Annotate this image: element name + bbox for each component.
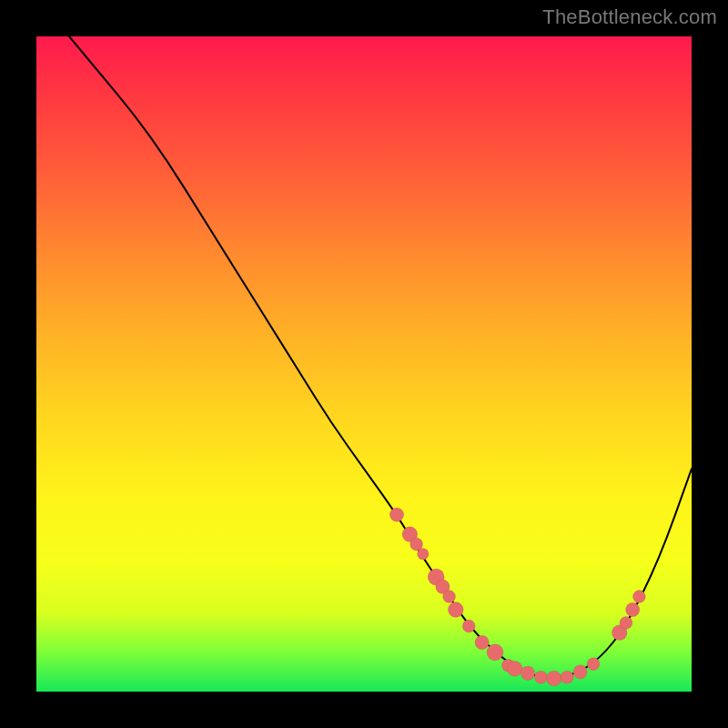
curve-marker [620,616,632,629]
curve-markers-group [389,508,645,686]
curve-marker [573,665,587,679]
curve-marker [546,671,561,686]
bottleneck-curve [69,36,692,677]
curve-marker [389,508,403,521]
curve-marker [561,671,573,683]
curve-marker [521,666,534,680]
chart-gradient-area [36,36,692,692]
curve-marker [632,591,645,603]
chart-svg [36,36,692,692]
curve-marker [587,658,600,671]
curve-marker [487,644,503,661]
watermark-text: TheBottleneck.com [542,5,717,29]
curve-marker [475,635,489,649]
curve-marker [462,620,475,632]
curve-marker [507,661,522,676]
curve-marker [418,549,430,561]
curve-marker [443,591,456,603]
curve-marker [626,602,640,616]
curve-marker [534,671,547,683]
curve-marker [448,602,463,618]
